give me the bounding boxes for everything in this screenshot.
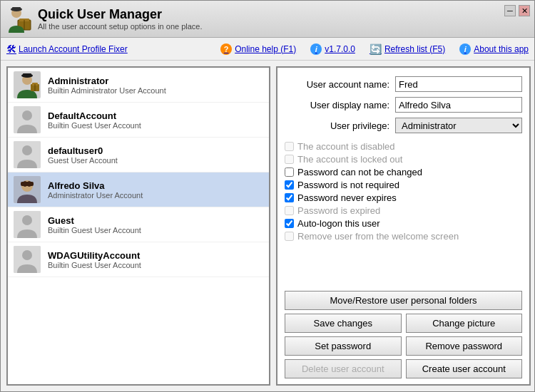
btn-row-3: Set password Remove password bbox=[285, 336, 522, 356]
save-changes-button[interactable]: Save changes bbox=[285, 314, 402, 333]
toolbar-right: ? Online help (F1) i v1.7.0.0 🔄 Refresh … bbox=[220, 43, 529, 55]
title-bar: Quick User Manager All the user account … bbox=[1, 1, 534, 38]
user-info: Alfredo SilvaAdministrator User Account bbox=[48, 180, 263, 200]
user-avatar bbox=[14, 71, 41, 98]
user-avatar bbox=[14, 141, 41, 168]
btn-row-2: Save changes Change picture bbox=[285, 314, 522, 333]
user-desc: Builtin Guest User Account bbox=[48, 226, 263, 234]
minimize-button[interactable]: ─ bbox=[504, 5, 516, 16]
user-details-panel: User account name: User display name: Us… bbox=[276, 66, 531, 386]
privilege-select[interactable]: Administrator Standard Guest bbox=[395, 118, 522, 133]
refresh-label: Refresh list (F5) bbox=[384, 44, 445, 54]
user-info: GuestBuiltin Guest User Account bbox=[48, 215, 263, 234]
checkbox-row: Password is not required bbox=[285, 180, 522, 190]
user-item[interactable]: Alfredo SilvaAdministrator User Account bbox=[8, 172, 269, 207]
refresh-link[interactable]: 🔄 Refresh list (F5) bbox=[370, 43, 445, 55]
checkbox-input[interactable] bbox=[285, 193, 294, 202]
user-info: defaultuser0Guest User Account bbox=[48, 145, 263, 165]
version-text: v1.7.0.0 bbox=[325, 44, 355, 54]
checkbox-row: Password never expires bbox=[285, 192, 522, 203]
launch-fixer-link[interactable]: 🛠 Launch Account Profile Fixer bbox=[6, 43, 128, 55]
user-name: Administrator bbox=[48, 76, 263, 86]
checkbox-input bbox=[285, 232, 294, 241]
checkbox-label: Remove user from the welcome screen bbox=[297, 231, 459, 242]
launch-fixer-label: Launch Account Profile Fixer bbox=[19, 44, 128, 54]
display-name-label: User display name: bbox=[285, 100, 395, 110]
remove-password-button[interactable]: Remove password bbox=[406, 336, 523, 356]
move-restore-button[interactable]: Move/Restore user personal folders bbox=[285, 291, 522, 310]
checkbox-input[interactable] bbox=[285, 219, 294, 228]
fixer-icon: 🛠 bbox=[6, 43, 16, 55]
user-desc: Guest User Account bbox=[48, 156, 263, 165]
help-icon: ? bbox=[220, 43, 232, 55]
user-desc: Builtin Administrator User Account bbox=[48, 86, 263, 95]
svg-point-24 bbox=[22, 250, 32, 260]
svg-point-22 bbox=[22, 215, 32, 225]
change-picture-button[interactable]: Change picture bbox=[406, 314, 523, 333]
online-help-label: Online help (F1) bbox=[235, 44, 296, 54]
about-icon: i bbox=[459, 43, 471, 55]
set-password-button[interactable]: Set password bbox=[285, 336, 402, 356]
app-title: Quick User Manager bbox=[38, 7, 530, 23]
version-icon: i bbox=[310, 43, 322, 55]
version-label: i v1.7.0.0 bbox=[310, 43, 355, 55]
buttons-area: Move/Restore user personal folders Save … bbox=[285, 291, 522, 378]
create-account-button[interactable]: Create user account bbox=[406, 359, 523, 378]
main-window: Quick User Manager All the user account … bbox=[0, 0, 535, 392]
user-avatar bbox=[14, 106, 41, 133]
user-name: WDAGUtilityAccount bbox=[48, 250, 263, 261]
checkbox-input bbox=[285, 206, 294, 215]
checkbox-row: The account is locked out bbox=[285, 154, 522, 165]
privilege-row: User privilege: Administrator Standard G… bbox=[285, 118, 522, 133]
checkbox-row: Auto-logon this user bbox=[285, 218, 522, 229]
checkbox-input[interactable] bbox=[285, 180, 294, 190]
svg-point-13 bbox=[22, 110, 32, 120]
btn-row-4: Delete user account Create user account bbox=[285, 359, 522, 378]
user-item[interactable]: defaultuser0Guest User Account bbox=[8, 138, 269, 172]
user-item[interactable]: DefaultAccountBuiltin Guest User Account bbox=[8, 103, 269, 138]
account-name-input[interactable] bbox=[395, 76, 522, 92]
user-desc: Administrator User Account bbox=[48, 191, 263, 200]
checkbox-row: Password is expired bbox=[285, 205, 522, 216]
checkbox-input bbox=[285, 155, 294, 164]
user-item[interactable]: GuestBuiltin Guest User Account bbox=[8, 207, 269, 242]
checkbox-label: Password can not be changed bbox=[297, 167, 422, 177]
btn-row-1: Move/Restore user personal folders bbox=[285, 291, 522, 310]
svg-rect-20 bbox=[21, 182, 34, 186]
content-area: AdministratorBuiltin Administrator User … bbox=[1, 61, 534, 391]
user-item[interactable]: WDAGUtilityAccountBuiltin Guest User Acc… bbox=[8, 242, 269, 277]
display-name-input[interactable] bbox=[395, 97, 522, 113]
checkbox-label: The account is disabled bbox=[297, 141, 395, 152]
checkbox-row: The account is disabled bbox=[285, 141, 522, 152]
display-name-row: User display name: bbox=[285, 97, 522, 113]
app-subtitle: All the user account setup options in on… bbox=[38, 22, 530, 31]
svg-rect-8 bbox=[23, 73, 31, 77]
title-text-block: Quick User Manager All the user account … bbox=[38, 7, 530, 31]
toolbar: 🛠 Launch Account Profile Fixer ? Online … bbox=[1, 38, 534, 61]
svg-rect-5 bbox=[12, 7, 21, 11]
checkbox-label: Password is expired bbox=[297, 205, 380, 216]
about-link[interactable]: i About this app bbox=[459, 43, 529, 55]
delete-account-button[interactable]: Delete user account bbox=[285, 359, 402, 378]
user-list: AdministratorBuiltin Administrator User … bbox=[6, 66, 270, 386]
privilege-label: User privilege: bbox=[285, 120, 395, 131]
account-name-row: User account name: bbox=[285, 76, 522, 92]
user-info: DefaultAccountBuiltin Guest User Account bbox=[48, 110, 263, 130]
about-label: About this app bbox=[474, 44, 529, 54]
user-item[interactable]: AdministratorBuiltin Administrator User … bbox=[8, 68, 269, 103]
checkbox-label: Password never expires bbox=[297, 192, 397, 203]
checkbox-input bbox=[285, 142, 294, 151]
close-button[interactable]: ✕ bbox=[519, 5, 530, 16]
checkbox-input[interactable] bbox=[285, 167, 294, 177]
online-help-link[interactable]: ? Online help (F1) bbox=[220, 43, 296, 55]
user-name: DefaultAccount bbox=[48, 110, 263, 121]
user-desc: Builtin Guest User Account bbox=[48, 121, 263, 130]
app-icon bbox=[5, 6, 32, 33]
refresh-icon: 🔄 bbox=[370, 43, 382, 55]
checkbox-label: Password is not required bbox=[297, 180, 399, 190]
user-name: Alfredo Silva bbox=[48, 180, 263, 191]
checkbox-row: Remove user from the welcome screen bbox=[285, 231, 522, 242]
checkboxes-section: The account is disabledThe account is lo… bbox=[285, 138, 522, 244]
user-avatar bbox=[14, 246, 41, 273]
user-avatar bbox=[14, 176, 41, 203]
